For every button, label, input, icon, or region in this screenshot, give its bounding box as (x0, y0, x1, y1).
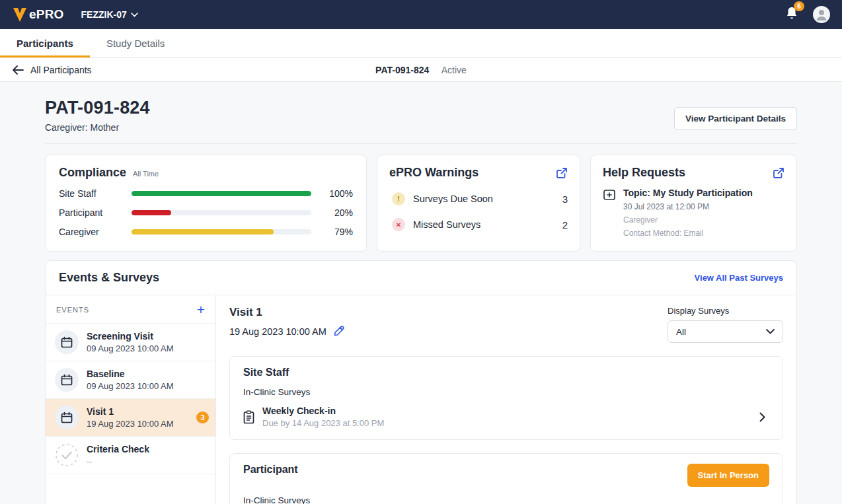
user-avatar[interactable] (813, 6, 830, 23)
person-icon (813, 6, 830, 23)
warning-row-missed: ✕ Missed Surveys 2 (389, 218, 568, 231)
header-divider (45, 143, 797, 144)
chevron-right-icon[interactable] (759, 412, 765, 422)
event-name: Screening Visit (87, 331, 174, 342)
breadcrumb-center: PAT-091-824 Active (0, 64, 842, 76)
notifications-button[interactable]: 6 (785, 6, 798, 23)
event-detail-panel: Visit 1 19 Aug 2023 10:00 AM Display Sur… (216, 295, 796, 504)
help-requests-card: Help Requests Topic: My Study Participat… (590, 155, 797, 252)
compliance-label: Site Staff (59, 188, 132, 199)
start-in-person-button[interactable]: Start In Person (687, 464, 769, 487)
participant-subtitle: In-Clinic Surveys (243, 495, 769, 504)
warning-due-icon: ! (392, 192, 405, 205)
epro-warnings-card: ePRO Warnings ! Surveys Due Soon 3 ✕ Mis… (377, 155, 580, 252)
event-date: 09 Aug 2023 10:00 AM (87, 381, 174, 391)
compliance-card: Compliance All Time Site Staff 100% Part… (45, 155, 367, 252)
warning-label: Missed Surveys (413, 219, 480, 230)
criteria-check-icon (55, 443, 79, 467)
compliance-period: All Time (133, 170, 159, 178)
compliance-title: Compliance (59, 166, 126, 180)
progress-fill (132, 210, 171, 215)
view-participant-details-button[interactable]: View Participant Details (674, 107, 797, 130)
notification-count-badge: 6 (794, 1, 804, 11)
chevron-down-icon (131, 13, 138, 17)
edit-datetime-button[interactable] (333, 326, 344, 337)
event-item-screening-visit[interactable]: Screening Visit 09 Aug 2023 10:00 AM (46, 324, 215, 361)
clipboard-icon (243, 410, 254, 424)
participant-section: Participant Start In Person In-Clinic Su… (229, 453, 783, 504)
help-request-item: Topic: My Study Participation 30 Jul 202… (603, 188, 785, 238)
help-request-role: Caregiver (623, 215, 753, 225)
compliance-label: Caregiver (59, 227, 132, 237)
site-staff-title: Site Staff (243, 367, 769, 378)
brand-v-icon (12, 6, 28, 23)
visit-datetime: 19 Aug 2023 10:00 AM (229, 326, 326, 337)
participant-title: Participant (243, 464, 298, 476)
progress-fill (132, 229, 274, 234)
breadcrumb-participant-id: PAT-091-824 (375, 65, 429, 75)
back-label: All Participants (30, 65, 92, 75)
event-name: Visit 1 (87, 406, 174, 417)
warning-row-due-soon: ! Surveys Due Soon 3 (389, 192, 568, 205)
epro-warnings-external-link-icon[interactable] (556, 167, 568, 179)
epro-warnings-title: ePRO Warnings (389, 166, 478, 180)
logo-text: ePRO (29, 7, 64, 22)
progress-track (132, 229, 311, 234)
caregiver-subtitle: Caregiver: Mother (45, 122, 150, 133)
study-selector-label: FEZZIK-07 (81, 9, 127, 20)
survey-due: Due by 14 Aug 2023 at 5:00 PM (262, 418, 384, 428)
progress-fill (132, 191, 311, 196)
progress-track (132, 210, 311, 215)
event-item-visit-1[interactable]: Visit 1 19 Aug 2023 10:00 AM 3 (46, 399, 215, 437)
tab-participants[interactable]: Participants (0, 29, 90, 57)
back-arrow-icon (12, 65, 24, 75)
calendar-icon (55, 368, 79, 392)
compliance-label: Participant (59, 207, 132, 218)
event-count-badge: 3 (196, 412, 209, 423)
site-staff-subtitle: In-Clinic Surveys (243, 387, 769, 397)
main-tabbar: Participants Study Details (0, 29, 842, 58)
event-item-criteria-check[interactable]: Criteria Check -- (46, 437, 215, 474)
calendar-icon (55, 406, 79, 429)
compliance-row-participant: Participant 20% (59, 207, 353, 218)
warning-missed-icon: ✕ (392, 218, 405, 231)
event-name: Baseline (87, 369, 174, 379)
events-surveys-title: Events & Surveys (59, 271, 159, 285)
warning-label: Surveys Due Soon (413, 194, 493, 204)
participant-status: Active (441, 65, 467, 75)
event-date: -- (87, 456, 149, 466)
survey-name: Weekly Check-in (262, 406, 384, 416)
help-requests-title: Help Requests (603, 166, 685, 180)
site-staff-section: Site Staff In-Clinic Surveys Weekly Chec… (229, 356, 783, 440)
events-caption: EVENTS (56, 306, 89, 314)
app-logo: ePRO (12, 6, 64, 23)
top-navbar: ePRO FEZZIK-07 6 (0, 0, 842, 29)
add-event-button[interactable]: + (197, 305, 205, 314)
event-date: 09 Aug 2023 10:00 AM (87, 343, 174, 353)
event-date: 19 Aug 2023 10:00 AM (87, 419, 174, 429)
visit-title: Visit 1 (229, 306, 344, 319)
event-name: Criteria Check (87, 444, 149, 454)
events-list-panel: EVENTS + Screening Visit 09 Aug 2023 10:… (46, 295, 216, 504)
display-surveys-label: Display Surveys (668, 306, 783, 316)
compliance-value: 20% (323, 207, 353, 218)
back-to-all-participants[interactable]: All Participants (12, 65, 92, 75)
compliance-row-site-staff: Site Staff 100% (59, 188, 353, 199)
display-surveys-select[interactable]: All (668, 320, 783, 343)
warning-count: 2 (562, 219, 568, 231)
help-request-datetime: 30 Jul 2023 at 12:00 PM (623, 202, 753, 211)
help-request-contact: Contact Method: Email (623, 229, 753, 238)
help-requests-external-link-icon[interactable] (773, 167, 785, 179)
request-plus-square-icon (603, 188, 616, 201)
compliance-value: 100% (323, 188, 353, 199)
page-title: PAT-091-824 (45, 98, 150, 118)
chevron-down-icon (766, 329, 775, 334)
survey-row-weekly-check-in[interactable]: Weekly Check-in Due by 14 Aug 2023 at 5:… (243, 406, 769, 428)
events-surveys-card: Events & Surveys View All Past Surveys E… (45, 260, 797, 504)
progress-track (132, 191, 311, 196)
breadcrumb-bar: All Participants PAT-091-824 Active (0, 58, 842, 82)
study-selector-dropdown[interactable]: FEZZIK-07 (81, 9, 138, 20)
event-item-baseline[interactable]: Baseline 09 Aug 2023 10:00 AM (46, 361, 215, 399)
view-all-past-surveys-link[interactable]: View All Past Surveys (695, 273, 783, 283)
tab-study-details[interactable]: Study Details (90, 29, 181, 57)
